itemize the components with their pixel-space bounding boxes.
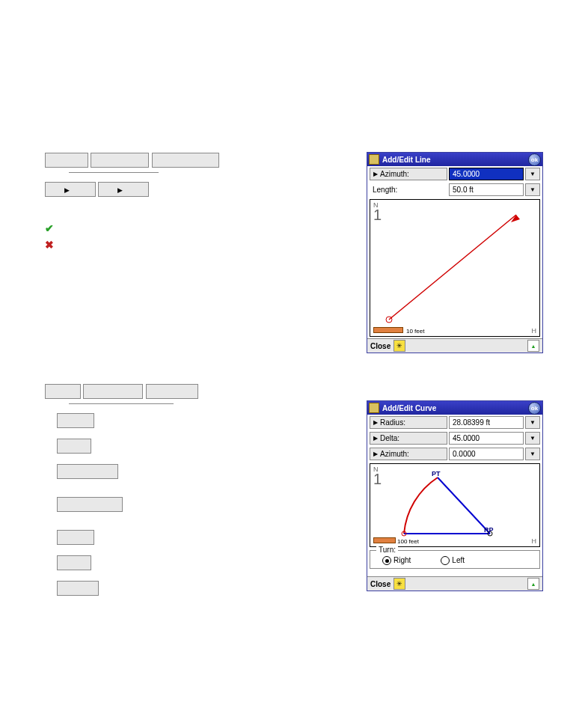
btn-placeholder (45, 384, 81, 399)
line-preview-plot: N 1 10 feet H (370, 199, 540, 337)
point-label-rp: RP (484, 526, 494, 534)
window-title: Add/Edit Curve (382, 404, 436, 412)
curve-preview-plot: N 1 PT RP 100 feet H (370, 463, 540, 547)
ok-button[interactable]: ok (528, 153, 541, 166)
cross-icon: ✖ (45, 239, 54, 251)
btn-placeholder (57, 413, 94, 428)
svg-line-3 (438, 477, 490, 534)
titlebar: Add/Edit Line ok (367, 153, 542, 166)
window-title: Add/Edit Line (382, 156, 430, 164)
delta-input[interactable]: 45.0000 (449, 432, 524, 445)
app-icon (369, 403, 379, 413)
app-icon (369, 154, 379, 165)
status-menu[interactable] (527, 340, 539, 352)
point-label-pt: PT (432, 470, 441, 477)
tip-cross: ✖ (45, 239, 292, 251)
close-button[interactable]: Close (370, 342, 391, 350)
dropdown-placeholder (98, 182, 149, 197)
scale-text: 100 feet (397, 538, 419, 545)
btn-placeholder (57, 439, 91, 454)
azimuth-input[interactable]: 45.0000 (449, 168, 524, 180)
btn-placeholder (57, 555, 91, 570)
check-icon: ✔ (45, 222, 54, 234)
tip-check: ✔ (45, 222, 292, 234)
btn-placeholder (146, 384, 198, 399)
scale-text: 10 feet (406, 328, 424, 335)
dropdown-placeholder (45, 182, 96, 197)
statusbar: Close ✳ (367, 576, 542, 591)
turn-left-radio[interactable]: Left (441, 556, 465, 565)
window-add-edit-line: Add/Edit Line ok ▶Azimuth: 45.0000 ▼ Len… (367, 152, 543, 353)
corner-indicator: H (532, 327, 537, 335)
azimuth-dropdown[interactable]: ▼ (525, 448, 540, 460)
btn-placeholder (57, 497, 123, 512)
turn-group-label: Turn: (376, 546, 398, 554)
turn-right-radio[interactable]: Right (382, 556, 411, 565)
delta-dropdown[interactable]: ▼ (525, 432, 540, 445)
line-plot-svg (370, 200, 535, 336)
statusbar: Close ✳ (367, 338, 542, 353)
length-input[interactable]: 50.0 ft (449, 183, 524, 196)
btn-placeholder (152, 153, 219, 168)
ok-button[interactable]: ok (528, 402, 541, 415)
svg-line-0 (389, 215, 516, 320)
radius-label[interactable]: ▶Radius: (370, 416, 447, 429)
status-icon[interactable]: ✳ (393, 340, 405, 352)
scale-bar (373, 327, 403, 333)
window-add-edit-curve: Add/Edit Curve ok ▶Radius: 28.08399 ft ▼… (367, 400, 543, 591)
btn-placeholder (83, 384, 143, 399)
titlebar: Add/Edit Curve ok (367, 401, 542, 415)
length-dropdown[interactable]: ▼ (525, 183, 540, 196)
azimuth-label[interactable]: ▶Azimuth: (370, 448, 447, 460)
status-icon[interactable]: ✳ (393, 578, 405, 590)
delta-label[interactable]: ▶Delta: (370, 432, 447, 445)
btn-placeholder (57, 464, 118, 479)
curve-plot-svg (370, 464, 535, 546)
btn-placeholder (57, 530, 94, 545)
azimuth-input[interactable]: 0.0000 (449, 448, 524, 460)
azimuth-dropdown[interactable]: ▼ (525, 168, 540, 180)
status-menu[interactable] (527, 578, 539, 590)
btn-placeholder (57, 581, 99, 596)
btn-placeholder (91, 153, 149, 168)
close-button[interactable]: Close (370, 580, 391, 588)
radius-input[interactable]: 28.08399 ft (449, 416, 524, 429)
radius-dropdown[interactable]: ▼ (525, 416, 540, 429)
btn-placeholder (45, 153, 88, 168)
turn-group: Turn: Right Left (370, 550, 540, 569)
length-label: Length: (370, 183, 447, 196)
corner-indicator: H (532, 537, 537, 545)
scale-bar (373, 537, 396, 543)
azimuth-label[interactable]: ▶Azimuth: (370, 168, 447, 180)
